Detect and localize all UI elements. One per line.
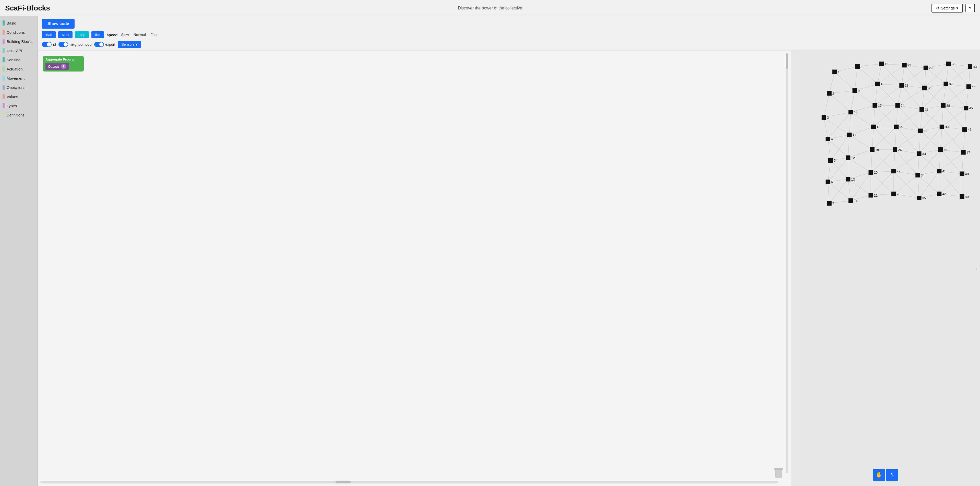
node-30[interactable]: 30 <box>922 86 931 91</box>
node-13[interactable]: 13 <box>846 177 854 182</box>
pan-tool-button[interactable]: ✋ <box>873 468 885 481</box>
sidebar-item-movement[interactable]: Movement <box>0 73 38 83</box>
node-16[interactable]: 16 <box>875 82 884 86</box>
node-32[interactable]: 32 <box>918 129 927 133</box>
node-6[interactable]: 6 <box>826 180 833 184</box>
neighborhood-toggle[interactable] <box>59 42 68 47</box>
workspace-scrollbar-h[interactable] <box>40 481 778 483</box>
id-toggle[interactable] <box>42 42 52 47</box>
sidebar-item-user-api[interactable]: User-API <box>0 46 38 55</box>
resize-handle[interactable]: ⋮ <box>974 266 979 271</box>
node-14[interactable]: 14 <box>848 198 858 203</box>
neighborhood-label: neighborhood <box>70 42 92 46</box>
start-button[interactable]: start <box>58 31 72 38</box>
edge-22-30 <box>902 85 922 110</box>
node-33[interactable]: 33 <box>917 151 926 156</box>
node-28[interactable]: 28 <box>891 191 900 196</box>
sidebar-item-sensing[interactable]: Sensing <box>0 55 38 64</box>
edge-9-17 <box>851 112 873 127</box>
node-39[interactable]: 39 <box>940 124 948 129</box>
sidebar-item-values[interactable]: Values <box>0 92 38 101</box>
sidebar-item-conditions[interactable]: Conditions <box>0 27 38 37</box>
blockly-workspace[interactable]: Aggregate Program Output 1 <box>38 51 791 486</box>
sidebar-item-operations[interactable]: Operations <box>0 83 38 92</box>
node-44[interactable]: 44 <box>966 84 975 89</box>
tick-button[interactable]: tick <box>91 31 104 38</box>
node-36[interactable]: 36 <box>946 62 955 66</box>
node-25[interactable]: 25 <box>894 124 903 129</box>
edge-36-37 <box>943 84 946 105</box>
edge-22-28 <box>902 68 926 85</box>
node-38[interactable]: 38 <box>941 103 950 108</box>
node-20[interactable]: 20 <box>869 170 878 175</box>
node-43[interactable]: 43 <box>968 64 977 69</box>
node-29[interactable]: 29 <box>924 65 932 70</box>
node-40[interactable]: 40 <box>939 147 947 152</box>
sidebar-item-types[interactable]: Types <box>0 101 38 110</box>
trash-icon[interactable] <box>774 468 783 478</box>
node-label-35: 35 <box>922 196 926 200</box>
node-45[interactable]: 45 <box>964 106 973 110</box>
node-15[interactable]: 15 <box>880 62 888 66</box>
help-button[interactable]: ? <box>966 4 975 12</box>
node-9[interactable]: 9 <box>853 88 860 93</box>
node-35[interactable]: 35 <box>917 196 926 200</box>
node-rect-19 <box>870 147 875 152</box>
content-area: Show code load start stop tick speed Slo… <box>38 16 980 486</box>
node-12[interactable]: 12 <box>846 156 854 160</box>
sidebar-item-actuation[interactable]: Actuation <box>0 64 38 73</box>
node-41[interactable]: 41 <box>937 169 946 174</box>
node-18[interactable]: 18 <box>871 124 880 129</box>
export-toggle[interactable] <box>94 42 104 47</box>
node-46[interactable]: 46 <box>963 127 971 132</box>
node-26[interactable]: 26 <box>892 147 902 152</box>
node-19[interactable]: 19 <box>870 147 879 152</box>
speed-fast[interactable]: Fast <box>150 32 158 37</box>
node-5[interactable]: 5 <box>828 158 835 163</box>
sidebar-item-building-blocks[interactable]: Building Blocks <box>0 37 38 46</box>
node-label-25: 25 <box>899 125 903 129</box>
sensors-button[interactable]: Sensors ▾ <box>118 41 141 48</box>
node-22[interactable]: 22 <box>902 63 911 67</box>
node-34[interactable]: 34 <box>915 173 924 177</box>
node-2[interactable]: 2 <box>827 91 834 96</box>
node-7[interactable]: 7 <box>827 201 834 206</box>
speed-slow[interactable]: Slow <box>120 32 130 37</box>
node-37[interactable]: 37 <box>944 82 953 86</box>
node-label-29: 29 <box>929 66 932 70</box>
settings-button[interactable]: ⚙ Settings ▾ <box>931 4 963 13</box>
node-47[interactable]: 47 <box>961 150 970 155</box>
edge-39-40 <box>939 150 940 171</box>
node-label-20: 20 <box>874 170 878 174</box>
node-49[interactable]: 49 <box>960 194 969 199</box>
node-23[interactable]: 23 <box>899 83 908 88</box>
node-11[interactable]: 11 <box>847 132 856 137</box>
load-button[interactable]: load <box>42 31 56 38</box>
stop-button[interactable]: stop <box>75 31 89 38</box>
node-label-28: 28 <box>897 192 900 196</box>
node-rect-20 <box>869 170 873 175</box>
sidebar-item-definitions[interactable]: Definitions <box>0 110 38 120</box>
speed-normal[interactable]: Normal <box>132 32 147 37</box>
simulation-canvas[interactable]: 1234567891011121314151617181920212223242… <box>791 51 980 486</box>
node-21[interactable]: 21 <box>869 193 878 198</box>
node-1[interactable]: 1 <box>832 70 840 74</box>
node-31[interactable]: 31 <box>920 107 928 112</box>
edge-28-29 <box>924 68 926 88</box>
edge-33-41 <box>918 175 939 194</box>
node-4[interactable]: 4 <box>826 137 833 141</box>
node-10[interactable]: 10 <box>848 110 858 115</box>
node-label-22: 22 <box>907 63 911 67</box>
node-8[interactable]: 8 <box>855 64 862 69</box>
select-tool-button[interactable]: ↖ <box>886 468 898 481</box>
sidebar-item-basic[interactable]: Basic <box>0 18 38 27</box>
node-48[interactable]: 48 <box>960 172 969 176</box>
node-3[interactable]: 3 <box>822 115 829 120</box>
node-24[interactable]: 24 <box>896 103 904 108</box>
edge-7-15 <box>858 67 878 84</box>
show-code-button[interactable]: Show code <box>42 19 75 29</box>
workspace-scrollbar-v[interactable] <box>786 53 788 473</box>
node-42[interactable]: 42 <box>937 191 946 196</box>
node-17[interactable]: 17 <box>872 103 881 108</box>
node-27[interactable]: 27 <box>891 169 900 174</box>
